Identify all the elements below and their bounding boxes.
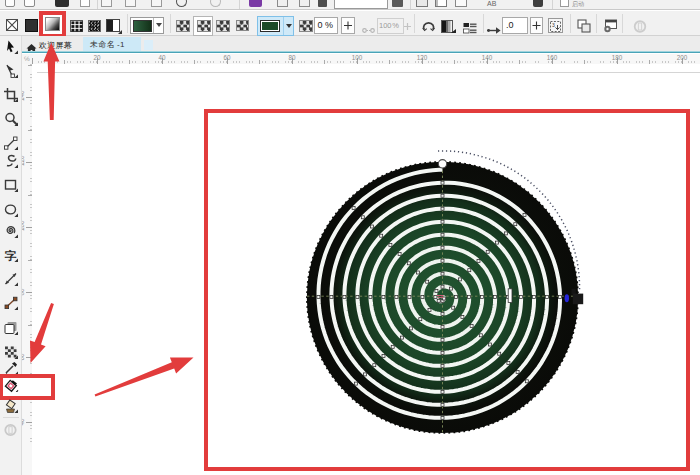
svg-text:字: 字 <box>5 249 17 262</box>
svg-text:3: 3 <box>552 22 555 28</box>
